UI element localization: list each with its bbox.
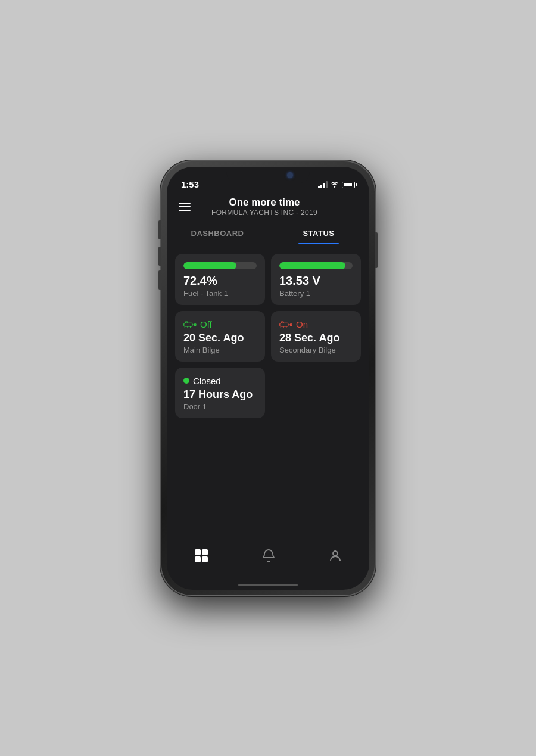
main-bilge-card: Off 20 Sec. Ago Main Bilge bbox=[175, 311, 265, 362]
secondary-bilge-card: On 28 Sec. Ago Secondary Bilge bbox=[271, 311, 361, 362]
tab-dashboard[interactable]: DASHBOARD bbox=[167, 223, 268, 244]
fuel-progress-fill bbox=[183, 262, 236, 269]
battery-icon bbox=[342, 182, 355, 188]
bottom-tab-bar bbox=[167, 542, 369, 578]
secondary-bilge-header: On bbox=[279, 319, 353, 329]
wifi-icon bbox=[331, 181, 339, 189]
menu-button[interactable] bbox=[179, 203, 191, 211]
vessel-name: One more time bbox=[198, 197, 331, 209]
svg-rect-17 bbox=[202, 556, 208, 562]
door-label: Door 1 bbox=[183, 402, 257, 411]
svg-rect-16 bbox=[195, 556, 201, 562]
menu-line bbox=[179, 206, 191, 207]
secondary-bilge-pump-icon bbox=[279, 319, 292, 329]
fuel-label: Fuel - Tank 1 bbox=[183, 289, 257, 298]
bottom-tab-alerts[interactable] bbox=[262, 549, 275, 565]
door-header: Closed bbox=[183, 376, 257, 386]
svg-point-3 bbox=[194, 324, 196, 326]
battery-value: 13.53 V bbox=[279, 274, 353, 288]
battery-card: 13.53 V Battery 1 bbox=[271, 254, 361, 305]
battery-progress-container bbox=[279, 262, 353, 269]
door-card: Closed 17 Hours Ago Door 1 bbox=[175, 368, 265, 418]
signal-icon bbox=[318, 181, 328, 188]
phone-frame: 1:53 bbox=[161, 161, 375, 596]
header: One more time FORMULA YACHTS INC - 2019 bbox=[167, 193, 369, 223]
svg-rect-1 bbox=[185, 322, 188, 323]
status-time: 1:53 bbox=[181, 179, 199, 189]
svg-point-10 bbox=[290, 324, 292, 326]
vessel-info: FORMULA YACHTS INC - 2019 bbox=[198, 209, 331, 217]
tab-status[interactable]: STATUS bbox=[268, 223, 369, 244]
front-camera bbox=[287, 172, 293, 178]
bottom-tab-dashboard[interactable] bbox=[194, 548, 209, 566]
notch bbox=[226, 167, 310, 183]
fuel-value: 72.4% bbox=[183, 274, 257, 288]
home-indicator bbox=[167, 578, 369, 590]
secondary-bilge-label: Secondary Bilge bbox=[279, 346, 353, 354]
svg-rect-7 bbox=[280, 323, 288, 326]
status-icons bbox=[318, 181, 356, 189]
menu-line bbox=[179, 210, 191, 211]
fuel-progress-container bbox=[183, 262, 257, 269]
svg-rect-14 bbox=[195, 549, 201, 555]
main-bilge-header: Off bbox=[183, 319, 257, 329]
cards-grid: 72.4% Fuel - Tank 1 13.53 V Battery 1 bbox=[175, 254, 361, 418]
door-status-dot bbox=[183, 378, 189, 384]
dashboard-icon bbox=[194, 548, 209, 566]
account-icon bbox=[328, 549, 342, 565]
door-time: 17 Hours Ago bbox=[183, 388, 257, 401]
header-title-block: One more time FORMULA YACHTS INC - 2019 bbox=[198, 197, 331, 217]
tab-bar-top: DASHBOARD STATUS bbox=[167, 223, 369, 244]
battery-label: Battery 1 bbox=[279, 289, 353, 298]
bell-icon bbox=[262, 549, 275, 565]
phone-screen: 1:53 bbox=[167, 167, 369, 590]
bilge-pump-icon bbox=[183, 319, 197, 329]
svg-rect-15 bbox=[202, 549, 208, 555]
battery-progress-fill bbox=[279, 262, 345, 269]
svg-rect-8 bbox=[281, 322, 283, 323]
secondary-bilge-time: 28 Sec. Ago bbox=[279, 332, 353, 344]
svg-rect-0 bbox=[184, 323, 192, 326]
content-area: 72.4% Fuel - Tank 1 13.53 V Battery 1 bbox=[167, 244, 369, 542]
main-bilge-status: Off bbox=[200, 319, 212, 329]
bottom-tab-account[interactable] bbox=[328, 549, 342, 565]
door-status-text: Closed bbox=[193, 376, 221, 386]
home-bar bbox=[238, 584, 298, 586]
fuel-card: 72.4% Fuel - Tank 1 bbox=[175, 254, 265, 305]
svg-point-18 bbox=[333, 551, 338, 556]
main-bilge-label: Main Bilge bbox=[183, 346, 257, 354]
secondary-bilge-status: On bbox=[296, 319, 308, 329]
main-bilge-time: 20 Sec. Ago bbox=[183, 332, 257, 344]
menu-line bbox=[179, 203, 191, 204]
